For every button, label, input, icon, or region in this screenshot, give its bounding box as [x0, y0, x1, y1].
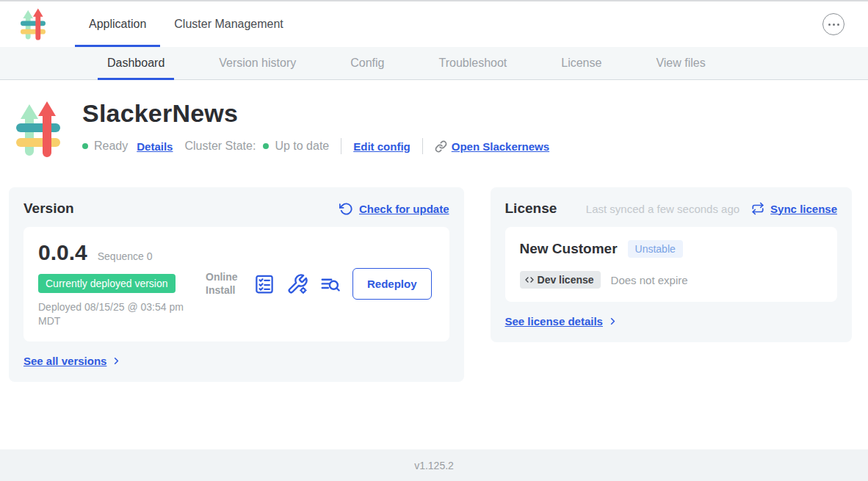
more-menu-button[interactable]: [822, 13, 845, 35]
customer-name: New Customer: [520, 241, 618, 257]
dashboard-cards: Version Check for update 0.0.4 Sequence …: [9, 187, 852, 382]
view-diff-icon[interactable]: [319, 273, 341, 295]
sync-license-label: Sync license: [770, 203, 837, 215]
deployed-status-badge: Currently deployed version: [38, 274, 176, 293]
app-status-label: Ready: [94, 140, 128, 153]
chevron-right-icon: [111, 355, 122, 366]
see-license-details-label: See license details: [505, 315, 603, 328]
top-nav-bar: Application Cluster Management: [0, 1, 868, 47]
ellipsis-icon: [828, 23, 831, 26]
license-details-panel: New Customer Unstable Dev license Does n…: [505, 227, 837, 302]
cluster-state-dot: [263, 143, 269, 149]
open-app-link[interactable]: Open Slackernews: [435, 140, 549, 153]
version-card-title: Version: [23, 200, 74, 217]
license-type-label: Dev license: [538, 274, 594, 286]
cluster-state-label: Cluster State:: [184, 140, 256, 153]
open-app-link-label: Open Slackernews: [452, 140, 549, 153]
sequence-label: Sequence 0: [98, 250, 153, 262]
tab-cluster-management[interactable]: Cluster Management: [160, 1, 297, 47]
slackernews-logo-large: [16, 101, 60, 158]
install-type-label: Online Install: [206, 271, 242, 297]
app-status-row: Ready Details Cluster State: Up to date …: [82, 138, 549, 154]
footer-bar: v1.125.2: [0, 449, 868, 481]
sync-arrows-icon: [751, 202, 764, 215]
license-card: License Last synced a few seconds ago Sy…: [491, 187, 852, 342]
last-synced-text: Last synced a few seconds ago: [586, 203, 739, 215]
app-subnav: Dashboard Version history Config Trouble…: [0, 47, 868, 80]
subnav-view-files[interactable]: View files: [646, 47, 715, 79]
current-version-panel: 0.0.4 Sequence 0 Currently deployed vers…: [23, 227, 449, 341]
subnav-troubleshoot[interactable]: Troubleshoot: [429, 47, 516, 79]
subnav-dashboard[interactable]: Dashboard: [98, 47, 174, 79]
chevron-right-icon: [607, 316, 618, 327]
version-number: 0.0.4: [38, 240, 87, 265]
see-all-versions-label: See all versions: [23, 355, 106, 367]
check-for-update-label: Check for update: [359, 203, 449, 215]
app-status-dot: [82, 143, 88, 149]
version-card: Version Check for update 0.0.4 Sequence …: [9, 187, 464, 382]
details-link[interactable]: Details: [137, 140, 173, 153]
see-license-details-link[interactable]: See license details: [505, 315, 837, 328]
rotate-ccw-icon: [339, 202, 353, 216]
channel-badge: Unstable: [628, 240, 683, 258]
slackernews-logo-icon: [21, 8, 46, 40]
check-for-update-link[interactable]: Check for update: [339, 202, 449, 216]
divider: [341, 138, 341, 154]
license-card-title: License: [505, 200, 557, 217]
license-type-badge: Dev license: [520, 271, 601, 289]
edit-config-link[interactable]: Edit config: [353, 140, 411, 153]
page-title: SlackerNews: [82, 99, 549, 128]
app-logo-small: [21, 1, 46, 47]
header-tabs: Application Cluster Management: [75, 1, 297, 47]
edit-config-wrench-icon[interactable]: [286, 273, 308, 295]
deployed-timestamp: Deployed 08/15/25 @ 03:54 pm MDT: [38, 300, 203, 328]
subnav-version-history[interactable]: Version history: [209, 47, 305, 79]
preflight-checks-icon[interactable]: [253, 273, 275, 295]
license-expiry-text: Does not expire: [611, 274, 688, 286]
cluster-state-value: Up to date: [275, 140, 329, 153]
divider: [422, 138, 423, 154]
console-version: v1.125.2: [414, 460, 454, 471]
subnav-license[interactable]: License: [551, 47, 611, 79]
see-all-versions-link[interactable]: See all versions: [23, 355, 449, 367]
code-brackets-icon: [524, 275, 535, 284]
redeploy-button[interactable]: Redeploy: [352, 268, 432, 300]
chain-link-icon: [435, 140, 447, 153]
subnav-config[interactable]: Config: [341, 47, 394, 79]
tab-application[interactable]: Application: [75, 1, 160, 47]
sync-license-link[interactable]: Sync license: [751, 202, 837, 215]
app-hero: SlackerNews Ready Details Cluster State:…: [0, 80, 868, 158]
